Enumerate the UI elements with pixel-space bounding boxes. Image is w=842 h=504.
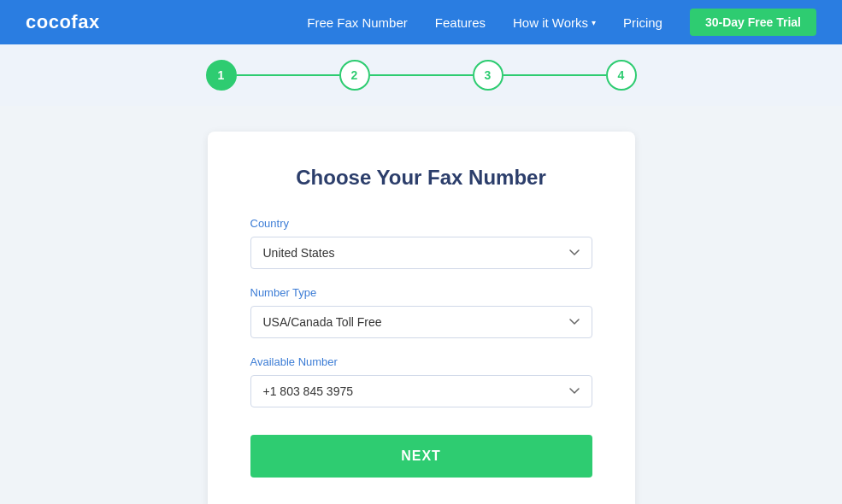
- number-type-group: Number Type USA/Canada Toll Free Local I…: [250, 286, 592, 338]
- number-type-label: Number Type: [250, 286, 592, 299]
- country-label: Country: [250, 217, 592, 230]
- trial-button[interactable]: 30-Day Free Trial: [690, 9, 816, 36]
- available-number-label: Available Number: [250, 355, 592, 368]
- country-group: Country United States Canada United King…: [250, 217, 592, 269]
- step-line-3: [503, 74, 606, 76]
- header: cocofax Free Fax Number Features How it …: [0, 0, 842, 44]
- nav-features[interactable]: Features: [435, 15, 486, 30]
- steps-container: 1 2 3 4: [206, 60, 637, 91]
- available-number-select[interactable]: +1 803 845 3975 +1 803 845 3976 +1 803 8…: [250, 375, 592, 407]
- available-number-group: Available Number +1 803 845 3975 +1 803 …: [250, 355, 592, 407]
- step-1[interactable]: 1: [206, 60, 237, 91]
- nav-how-it-works[interactable]: How it Works ▾: [513, 15, 596, 30]
- step-4[interactable]: 4: [606, 60, 637, 91]
- next-button[interactable]: NEXT: [250, 435, 592, 478]
- step-2[interactable]: 2: [339, 60, 370, 91]
- progress-section: 1 2 3 4: [0, 44, 842, 106]
- step-3[interactable]: 3: [473, 60, 503, 91]
- chevron-down-icon: ▾: [592, 18, 596, 27]
- main-nav: Free Fax Number Features How it Works ▾ …: [307, 9, 816, 36]
- country-select[interactable]: United States Canada United Kingdom Aust…: [250, 237, 592, 269]
- nav-pricing[interactable]: Pricing: [623, 15, 662, 30]
- step-line-2: [370, 74, 473, 76]
- logo: cocofax: [26, 11, 100, 33]
- nav-free-fax[interactable]: Free Fax Number: [307, 15, 408, 30]
- main-content: Choose Your Fax Number Country United St…: [0, 106, 842, 504]
- number-type-select[interactable]: USA/Canada Toll Free Local International: [250, 306, 592, 338]
- step-line-1: [237, 74, 339, 76]
- form-title: Choose Your Fax Number: [250, 166, 592, 190]
- form-card: Choose Your Fax Number Country United St…: [208, 132, 635, 504]
